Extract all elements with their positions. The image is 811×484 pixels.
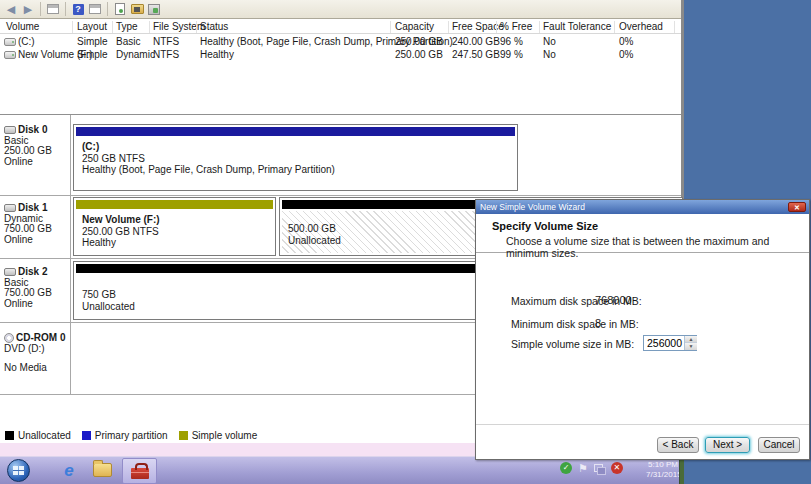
toolbar-separator (65, 2, 66, 16)
cell-pctfree: 96 % (500, 36, 523, 47)
column-header-status[interactable]: Status (200, 21, 228, 32)
disk-icon (4, 126, 16, 134)
legend: Unallocated Primary partition Simple vol… (5, 429, 257, 441)
wizard-header: Specify Volume Size Choose a volume size… (476, 214, 809, 253)
dialog-title: New Simple Volume Wizard (480, 202, 585, 212)
primary-partition-bar (76, 127, 515, 136)
legend-item-simple-volume: Simple volume (179, 430, 258, 441)
forward-icon[interactable]: ▶ (21, 3, 35, 16)
column-header-capacity[interactable]: Capacity (395, 21, 434, 32)
min-disk-space-value: 8 (595, 317, 601, 329)
region-size: 250.00 GB NTFS (82, 226, 273, 238)
windows-logo-icon (13, 466, 24, 475)
flag-icon[interactable]: ⚑ (578, 462, 588, 474)
disk1-label[interactable]: Disk 1 Dynamic 750.00 GB Online (0, 198, 70, 245)
back-icon[interactable]: ◀ (4, 3, 18, 16)
disk0-label[interactable]: Disk 0 Basic 250.00 GB Online (0, 120, 70, 167)
taskbar-item-internet-explorer[interactable]: e (57, 460, 81, 482)
wizard-heading: Specify Volume Size (492, 220, 598, 232)
clock-date: 7/31/2015 (646, 470, 680, 480)
cdrom0-label[interactable]: CD-ROM 0 DVD (D:) No Media (0, 328, 70, 374)
close-icon[interactable]: ✕ (788, 202, 806, 212)
start-button[interactable] (7, 459, 30, 482)
desktop: ◀ ▶ ? Volume Layout Type File System Sta… (0, 0, 811, 484)
disk2-label[interactable]: Disk 2 Basic 750.00 GB Online (0, 262, 70, 309)
region-c-partition[interactable]: (C:) 250 GB NTFS Healthy (Boot, Page Fil… (73, 124, 518, 191)
region-status: Healthy (Boot, Page File, Crash Dump, Pr… (82, 164, 515, 176)
taskbar: e ✓ ⚑ ✕ 5:10 PM 7/31/2015 (0, 456, 684, 484)
toolbar-separator (40, 2, 41, 16)
spinner: ▲ ▼ (684, 336, 696, 350)
action-center-icon[interactable]: ✓ (560, 462, 572, 474)
column-header-overhead[interactable]: Overhead (619, 21, 663, 32)
legend-item-primary-partition: Primary partition (82, 430, 168, 441)
toolbar-separator (107, 2, 108, 16)
export-list-icon[interactable] (113, 3, 127, 16)
min-disk-space-label: Minimum disk space in MB: (511, 318, 639, 330)
column-header-pctfree[interactable]: % Free (500, 21, 532, 32)
column-header-volume[interactable]: Volume (6, 21, 39, 32)
disk-size: 250.00 GB (4, 146, 70, 157)
disk-size: 750.00 GB (4, 288, 70, 299)
cell-volume: (C:) (18, 36, 35, 47)
column-header-layout[interactable]: Layout (77, 21, 107, 32)
volume-list-header: Volume Layout Type File System Status Ca… (0, 20, 681, 34)
disk-status: Online (4, 157, 70, 168)
region-name: (C:) (82, 141, 515, 153)
help-icon[interactable]: ? (71, 3, 85, 16)
show-desktop-button[interactable] (679, 457, 684, 484)
simple-volume-bar (76, 200, 273, 209)
cell-overhead: 0% (619, 49, 633, 60)
cell-freespace: 247.50 GB (452, 49, 500, 60)
cd-icon (4, 333, 14, 343)
wizard-subheading: Choose a volume size that is between the… (506, 235, 809, 259)
pane-splitter[interactable] (0, 114, 681, 115)
next-button[interactable]: Next > (705, 437, 750, 453)
table-row[interactable]: (C:) Simple Basic NTFS Healthy (Boot, Pa… (0, 36, 681, 49)
cell-capacity: 250.00 GB (395, 49, 443, 60)
column-header-filesystem[interactable]: File System (153, 21, 205, 32)
taskbar-item-explorer[interactable] (93, 463, 112, 477)
legend-swatch (5, 431, 14, 440)
volume-drive-icon (4, 51, 16, 59)
volume-size-input[interactable] (644, 336, 685, 350)
open-folder-icon[interactable] (130, 3, 144, 16)
region-size: 250 GB NTFS (82, 153, 515, 165)
cell-overhead: 0% (619, 36, 633, 47)
cell-faulttolerance: No (543, 36, 556, 47)
column-header-faulttolerance[interactable]: Fault Tolerance (543, 21, 611, 32)
rescan-disks-icon[interactable] (147, 3, 161, 16)
cell-filesystem: NTFS (153, 49, 179, 60)
spinner-down-icon[interactable]: ▼ (685, 343, 697, 350)
cell-freespace: 240.00 GB (452, 36, 500, 47)
action-pane-icon[interactable] (88, 3, 102, 16)
table-row[interactable]: New Volume (F:) Simple Dynamic NTFS Heal… (0, 49, 681, 62)
region-name: New Volume (F:) (82, 214, 273, 226)
new-simple-volume-wizard-dialog: New Simple Volume Wizard ✕ Specify Volum… (475, 199, 810, 460)
console-tree-icon[interactable] (46, 3, 60, 16)
toolbox-icon (131, 468, 149, 479)
network-icon[interactable] (594, 464, 605, 473)
clock-time: 5:10 PM (646, 460, 680, 470)
cell-layout: Simple (77, 49, 108, 60)
volume-size-spinbox: ▲ ▼ (643, 335, 697, 351)
taskbar-clock[interactable]: 5:10 PM 7/31/2015 (646, 460, 680, 480)
cell-pctfree: 99 % (500, 49, 523, 60)
column-header-type[interactable]: Type (116, 21, 138, 32)
volume-muted-icon[interactable]: ✕ (611, 462, 623, 474)
cell-faulttolerance: No (543, 49, 556, 60)
cell-capacity: 250.00 GB (395, 36, 443, 47)
disk-status: Online (4, 299, 70, 310)
button-separator (476, 424, 809, 425)
legend-swatch (179, 431, 188, 440)
back-button[interactable]: < Back (657, 437, 699, 453)
disk-status: Online (4, 235, 70, 246)
cancel-button[interactable]: Cancel (758, 437, 800, 453)
taskbar-item-computer-management-active[interactable] (122, 458, 157, 484)
disk-size: 750.00 GB (4, 224, 70, 235)
mmc-toolbar: ◀ ▶ ? (0, 0, 681, 19)
cell-type: Basic (116, 36, 140, 47)
region-f-volume[interactable]: New Volume (F:) 250.00 GB NTFS Healthy (73, 197, 276, 256)
dialog-titlebar[interactable]: New Simple Volume Wizard (476, 200, 809, 214)
spinner-up-icon[interactable]: ▲ (685, 336, 697, 343)
